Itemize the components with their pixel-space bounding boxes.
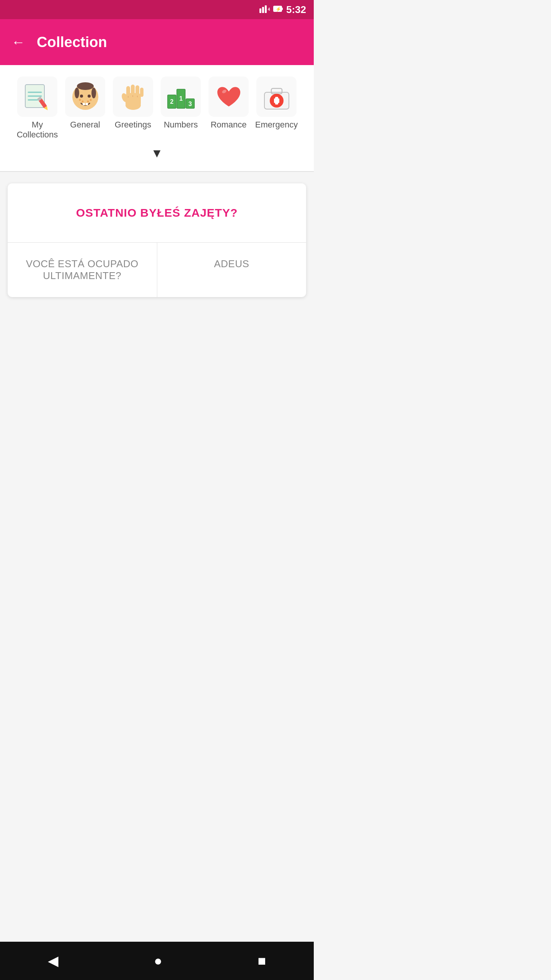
svg-point-22 [82, 100, 83, 102]
numbers-icon-wrap: 2 1 3 [161, 77, 201, 117]
phrase-main-text: OSTATNIO BYŁEŚ ZAJĘTY? [76, 206, 238, 219]
notebook-icon [22, 82, 53, 112]
greetings-icon-wrap [113, 77, 153, 117]
status-time: 5:32 [286, 4, 306, 16]
category-row: My Collections [8, 77, 306, 140]
svg-point-16 [77, 82, 94, 90]
category-item-general[interactable]: General [63, 77, 107, 130]
svg-point-17 [75, 88, 79, 98]
numbers-label: Numbers [164, 120, 198, 130]
emergency-label: Emergency [255, 120, 298, 130]
svg-rect-29 [126, 86, 130, 97]
chevron-down-icon: ▼ [151, 146, 163, 160]
battery-icon: ⚡ [273, 5, 283, 15]
svg-text:3: 3 [188, 101, 192, 107]
phrase-translation-1[interactable]: VOCÊ ESTÁ OCUPADO ULTIMAMENTE? [8, 243, 157, 297]
category-item-my-collections[interactable]: My Collections [15, 77, 59, 140]
general-label: General [70, 120, 100, 130]
my-collections-label: My Collections [15, 120, 59, 140]
svg-rect-48 [275, 97, 278, 105]
svg-rect-2 [265, 5, 267, 13]
hand-icon [118, 82, 148, 112]
svg-rect-1 [262, 7, 264, 13]
face-icon [70, 82, 101, 112]
phrase-translation-2[interactable]: ADEUS [157, 243, 306, 297]
back-button[interactable]: ← [11, 34, 25, 50]
category-item-romance[interactable]: Romance [207, 77, 251, 130]
svg-rect-31 [135, 85, 139, 96]
phrase-card: OSTATNIO BYŁEŚ ZAJĘTY? VOCÊ ESTÁ OCUPADO… [8, 183, 306, 297]
svg-point-21 [79, 99, 81, 101]
svg-text:4G: 4G [268, 7, 270, 11]
heart-icon [214, 82, 244, 112]
spacer [0, 309, 314, 980]
svg-rect-32 [140, 88, 143, 97]
svg-point-18 [91, 88, 96, 98]
card-area: OSTATNIO BYŁEŚ ZAJĘTY? VOCÊ ESTÁ OCUPADO… [0, 172, 314, 309]
category-item-greetings[interactable]: Greetings [111, 77, 155, 130]
category-item-emergency[interactable]: Emergency [254, 77, 298, 130]
svg-point-24 [87, 100, 89, 102]
top-bar: ← Collection [0, 19, 314, 65]
svg-rect-30 [131, 85, 135, 96]
my-collections-icon-wrap [17, 77, 57, 117]
svg-point-19 [80, 95, 83, 98]
category-item-numbers[interactable]: 2 1 3 Numbers [159, 77, 203, 130]
chevron-down-wrap[interactable]: ▼ [151, 146, 163, 160]
nav-home-button[interactable]: ● [154, 953, 162, 969]
numbers-icon: 2 1 3 [166, 82, 196, 112]
phrase-main: OSTATNIO BYŁEŚ ZAJĘTY? [8, 183, 306, 243]
romance-icon-wrap [209, 77, 249, 117]
svg-rect-5 [282, 8, 283, 10]
general-icon-wrap [65, 77, 105, 117]
svg-text:2: 2 [170, 98, 173, 105]
svg-point-23 [90, 99, 91, 101]
medkit-icon [261, 82, 292, 112]
romance-label: Romance [210, 120, 246, 130]
page-title: Collection [37, 34, 107, 51]
svg-text:⚡: ⚡ [276, 6, 281, 12]
svg-text:1: 1 [179, 95, 183, 102]
greetings-label: Greetings [115, 120, 151, 130]
svg-rect-0 [259, 8, 261, 13]
category-strip: My Collections [0, 65, 314, 171]
status-bar: 4G ⚡ 5:32 [0, 0, 314, 19]
phrase-translations: VOCÊ ESTÁ OCUPADO ULTIMAMENTE? ADEUS [8, 243, 306, 297]
bottom-nav: ◀ ● ■ [0, 942, 314, 980]
svg-point-20 [88, 95, 91, 98]
signal-icon: 4G [259, 5, 270, 15]
status-icons: 4G ⚡ 5:32 [259, 4, 306, 16]
nav-recents-button[interactable]: ■ [258, 953, 266, 969]
nav-back-button[interactable]: ◀ [48, 953, 59, 969]
emergency-icon-wrap [256, 77, 297, 117]
